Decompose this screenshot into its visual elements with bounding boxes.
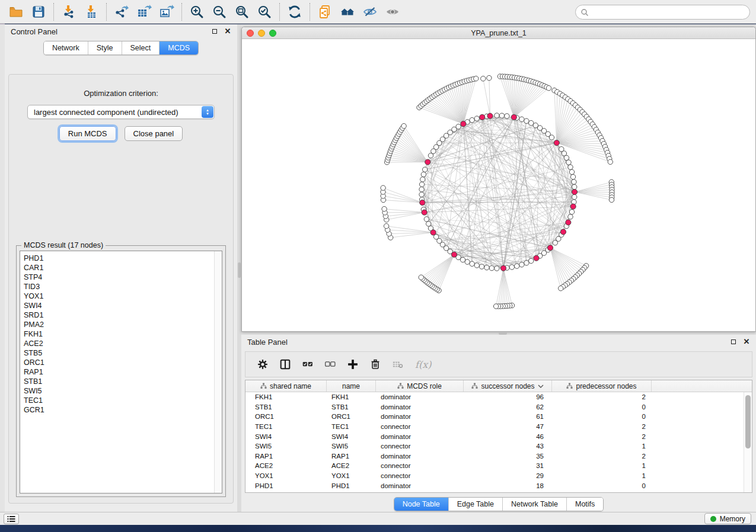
mcds-result-item[interactable]: RAP1 [24, 367, 212, 377]
network-node[interactable] [474, 76, 479, 81]
network-node[interactable] [465, 259, 470, 264]
run-mcds-button[interactable]: Run MCDS [59, 126, 116, 141]
close-table-panel-icon[interactable]: ✕ [743, 338, 750, 345]
copy-style-icon[interactable] [314, 2, 336, 22]
mcds-result-item[interactable]: STP4 [24, 273, 212, 282]
network-node[interactable] [489, 265, 494, 270]
task-history-icon[interactable] [4, 514, 19, 524]
show-columns-icon[interactable] [280, 359, 291, 370]
network-node[interactable] [419, 187, 424, 192]
window-maximize-icon[interactable] [269, 30, 276, 37]
network-node[interactable] [564, 155, 569, 160]
mcds-result-item[interactable]: ACE2 [24, 339, 212, 348]
table-row[interactable]: STB1STB1dominator620 [245, 402, 744, 412]
mcds-result-item[interactable]: YOX1 [24, 291, 212, 301]
table-row[interactable]: SWI4SWI4dominator462 [245, 431, 744, 441]
network-node[interactable] [401, 124, 406, 129]
add-column-icon[interactable] [347, 359, 358, 370]
mcds-hub-node[interactable] [422, 210, 427, 215]
float-table-panel-icon[interactable] [730, 338, 737, 345]
mcds-hub-node[interactable] [480, 114, 485, 120]
network-node[interactable] [569, 210, 574, 214]
table-row[interactable]: YOX1YOX1connector291 [245, 471, 744, 481]
network-node[interactable] [481, 76, 486, 81]
mcds-result-item[interactable]: ORC1 [24, 358, 212, 367]
mcds-hub-node[interactable] [500, 265, 506, 271]
network-node[interactable] [421, 172, 426, 177]
network-node[interactable] [505, 114, 509, 118]
mcds-result-item[interactable]: SWI5 [24, 386, 212, 396]
network-node[interactable] [487, 75, 492, 80]
table-row[interactable]: SWI5SWI5connector431 [245, 441, 744, 451]
save-icon[interactable] [27, 2, 50, 22]
mcds-result-item[interactable]: STB1 [24, 377, 212, 386]
network-node[interactable] [474, 263, 479, 268]
network-node[interactable] [419, 182, 424, 187]
network-node[interactable] [493, 304, 498, 309]
window-minimize-icon[interactable] [258, 30, 265, 37]
criterion-select[interactable]: largest connected component (undirected)… [27, 105, 215, 119]
tab-style[interactable]: Style [88, 41, 122, 55]
window-close-icon[interactable] [247, 30, 254, 37]
table-row[interactable]: ORC1ORC1dominator610 [245, 412, 744, 422]
network-node[interactable] [568, 165, 573, 169]
mcds-result-item[interactable]: SWI4 [24, 301, 212, 310]
column-header-shared-name[interactable]: shared name [245, 380, 327, 392]
export-network-icon[interactable] [110, 2, 133, 22]
network-canvas[interactable] [242, 39, 755, 331]
network-node[interactable] [559, 286, 563, 291]
network-node[interactable] [546, 86, 551, 91]
close-panel-button[interactable]: Close panel [125, 126, 183, 141]
mcds-hub-node[interactable] [430, 230, 436, 235]
network-node[interactable] [608, 159, 613, 164]
mcds-result-item[interactable]: SRD1 [24, 310, 212, 320]
delete-column-icon[interactable] [370, 359, 381, 370]
network-node[interactable] [570, 174, 575, 179]
result-scrollbar[interactable] [214, 251, 222, 493]
network-node[interactable] [609, 197, 614, 202]
network-node[interactable] [515, 264, 519, 268]
network-node[interactable] [524, 118, 529, 123]
mcds-hub-node[interactable] [572, 189, 577, 194]
network-node[interactable] [419, 192, 424, 197]
network-node[interactable] [456, 124, 461, 129]
zoom-fit-icon[interactable] [231, 2, 253, 22]
mcds-result-item[interactable]: STB5 [24, 348, 212, 358]
table-scrollbar[interactable] [744, 392, 752, 492]
tab-mcds[interactable]: MCDS [159, 41, 198, 55]
network-node[interactable] [484, 265, 489, 270]
table-scrollbar-thumb[interactable] [745, 395, 751, 448]
mcds-hub-node[interactable] [560, 229, 566, 235]
network-node[interactable] [572, 184, 577, 189]
import-network-icon[interactable] [58, 2, 80, 22]
mcds-result-item[interactable]: TEC1 [24, 396, 212, 405]
export-table-icon[interactable] [133, 2, 155, 22]
table-row[interactable]: RAP1RAP1dominator352 [245, 451, 744, 462]
select-all-rows-icon[interactable] [302, 359, 313, 370]
import-table-icon[interactable] [80, 2, 103, 22]
table-row[interactable]: ACE2ACE2connector311 [245, 461, 744, 471]
column-header-predecessor-nodes[interactable]: predecessor nodes [552, 380, 652, 392]
tab-edge-table[interactable]: Edge Table [448, 498, 502, 511]
network-node[interactable] [566, 160, 571, 165]
mcds-hub-node[interactable] [570, 204, 576, 209]
network-node[interactable] [495, 266, 499, 271]
memory-button[interactable]: Memory [704, 513, 751, 524]
mcds-hub-node[interactable] [547, 245, 553, 251]
network-node[interactable] [381, 185, 385, 190]
network-node[interactable] [499, 113, 504, 118]
zoom-out-icon[interactable] [208, 2, 231, 22]
network-node[interactable] [529, 120, 534, 125]
network-node[interactable] [569, 169, 574, 174]
table-row[interactable]: FKH1FKH1dominator962 [245, 392, 744, 402]
network-node[interactable] [572, 194, 577, 199]
zoom-in-icon[interactable] [186, 2, 208, 22]
column-header-name[interactable]: name [327, 380, 376, 392]
network-node[interactable] [474, 116, 479, 121]
mcds-hub-node[interactable] [451, 252, 457, 257]
mcds-hub-node[interactable] [511, 114, 516, 120]
show-all-icon[interactable] [381, 2, 404, 22]
network-node[interactable] [568, 214, 573, 219]
tab-network[interactable]: Network [44, 41, 88, 55]
tab-node-table[interactable]: Node Table [394, 498, 448, 511]
